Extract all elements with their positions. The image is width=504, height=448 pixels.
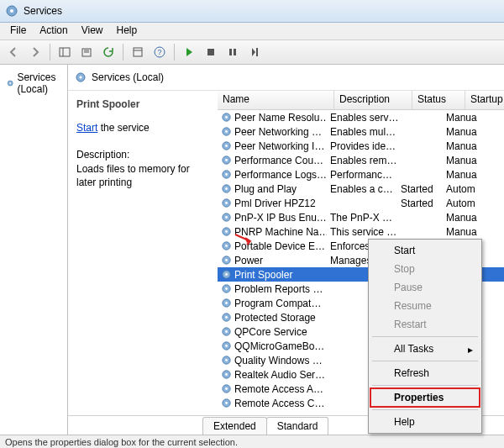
svg-rect-2 [60,48,70,56]
selected-service-name: Print Spooler [76,98,209,111]
menu-file[interactable]: File [3,23,33,40]
ctx-all-tasks[interactable]: All Tasks▸ [370,340,480,358]
help-button[interactable]: ? [150,42,170,62]
svg-point-40 [225,259,228,261]
cell-name: PnP-X IP Bus Enu… [218,212,327,224]
status-bar: Opens the properties dialog box for the … [0,435,504,448]
separator [372,361,478,361]
show-hide-button[interactable] [55,42,75,62]
cell-name: Peer Networking … [218,126,327,138]
stop-service-button[interactable] [201,42,221,62]
services-icon [5,4,18,18]
menu-bar: File Action View Help [0,23,504,40]
cell-startup: Manua [443,169,483,181]
cell-name: Power [218,255,327,266]
svg-point-1 [10,9,13,13]
cell-name: Protected Storage [218,312,327,324]
menu-view[interactable]: View [75,23,110,40]
cell-name: Peer Networking I… [218,140,327,152]
svg-point-26 [225,159,228,161]
ctx-start[interactable]: Start [370,241,480,260]
cell-name: Remote Access C… [218,398,327,409]
svg-point-54 [225,359,228,361]
ctx-properties[interactable]: Properties [370,388,480,407]
svg-point-38 [225,245,228,247]
cell-startup: Autom [443,183,483,195]
col-name[interactable]: Name [218,91,334,109]
svg-point-34 [225,216,228,219]
context-menu: Start Stop Pause Resume Restart All Task… [368,239,482,434]
service-row[interactable]: PNRP Machine Na…This service …Manua [218,224,504,239]
main-header: Services (Local) [68,65,504,91]
svg-rect-14 [256,48,258,56]
cell-startup: Manua [443,226,483,238]
separator [372,409,478,410]
svg-text:?: ? [157,48,161,56]
tab-extended[interactable]: Extended [202,417,267,435]
ctx-resume: Resume [370,297,480,315]
menu-action[interactable]: Action [33,23,74,40]
cell-description: The PnP-X … [327,212,397,224]
tab-standard[interactable]: Standard [266,417,329,435]
separator [174,44,175,61]
svg-point-50 [225,330,228,333]
service-row[interactable]: PnP-X IP Bus Enu…The PnP-X …Manua [218,210,504,224]
service-row[interactable]: Peer Networking I…Provides ide…Manua [218,139,504,153]
refresh-button[interactable] [98,42,118,62]
svg-rect-13 [234,49,236,55]
chevron-right-icon: ▸ [468,344,473,356]
cell-description: This service … [327,226,397,238]
ctx-pause: Pause [370,278,480,297]
separator [50,44,50,61]
service-row[interactable]: Peer Networking …Enables mul…Manua [218,124,504,139]
service-row[interactable]: Performance Cou…Enables rem…Manua [218,153,504,167]
ctx-refresh[interactable]: Refresh [370,364,480,382]
service-row[interactable]: Pml Driver HPZ12StartedAutom [218,196,504,210]
svg-point-18 [80,76,82,79]
tree-root-label: Services (Local) [17,71,60,95]
tree-root-services[interactable]: Services (Local) [3,70,64,97]
ctx-help[interactable]: Help [370,413,480,431]
cell-name: Plug and Play [218,183,327,195]
ctx-restart: Restart [370,315,480,334]
ctx-stop: Stop [370,260,480,278]
cell-status: Started [397,183,443,195]
col-description[interactable]: Description [334,91,412,109]
forward-button[interactable] [25,42,45,62]
gear-icon [75,71,87,83]
cell-startup: Manua [443,155,483,166]
svg-point-60 [225,402,228,404]
cell-startup: Manua [443,126,483,138]
cell-startup: Manua [443,212,483,224]
col-status[interactable]: Status [412,91,465,109]
export-button[interactable] [76,42,97,62]
svg-rect-12 [229,49,232,55]
svg-point-16 [9,82,11,84]
col-startup[interactable]: Startup [465,91,504,109]
cell-name: Problem Reports … [218,283,327,295]
cell-name: Program Compat… [218,298,327,309]
start-service-line: Start the service [76,121,209,134]
back-button[interactable] [3,42,24,62]
title-bar: Services [0,0,504,23]
separator [123,44,123,61]
service-row[interactable]: Peer Name Resolu…Enables serv…Manua [218,110,504,124]
start-service-button[interactable] [179,42,199,62]
menu-help[interactable]: Help [110,23,144,40]
svg-point-44 [225,287,228,290]
svg-point-20 [225,116,228,119]
cell-startup: Autom [443,198,483,209]
start-service-link[interactable]: Start [76,122,97,134]
restart-service-button[interactable] [244,42,265,62]
svg-point-46 [225,302,228,304]
svg-point-24 [225,145,228,147]
cell-startup: Manua [443,112,483,124]
pause-service-button[interactable] [223,42,243,62]
separator [372,336,478,337]
properties-button[interactable] [128,42,148,62]
service-row[interactable]: Performance Logs…Performanc…Manua [218,167,504,182]
service-row[interactable]: Plug and PlayEnables a c…StartedAutom [218,182,504,196]
cell-name: QPCore Service [218,326,327,338]
svg-point-36 [225,230,228,233]
cell-description: Provides ide… [327,140,397,152]
